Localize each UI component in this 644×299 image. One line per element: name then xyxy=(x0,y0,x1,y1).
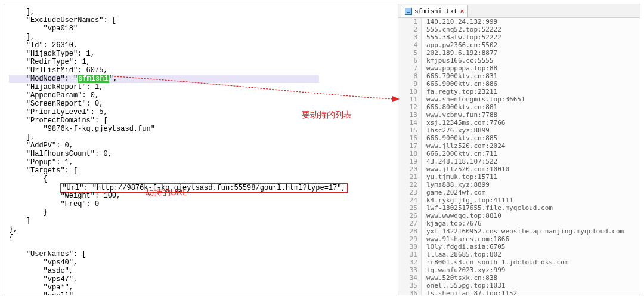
line-number: 30 xyxy=(398,243,422,251)
line-number: 21 xyxy=(398,173,422,181)
json-line: "RedirType": 1, xyxy=(9,58,395,66)
json-line: "asdc", xyxy=(9,267,395,275)
list-item[interactable]: 22lyms888.xyz:8899 xyxy=(398,181,640,189)
json-line: "ProtectDomains": [ xyxy=(9,116,395,125)
list-item[interactable]: 21yu.tjmuk.top:15711 xyxy=(398,173,640,181)
line-number: 17 xyxy=(398,142,422,150)
list-item[interactable]: 35onell.555pg.top:1031 xyxy=(398,282,640,289)
list-item[interactable]: 1140.210.24.132:999 xyxy=(398,18,640,26)
json-line: { xyxy=(9,233,395,242)
file-icon xyxy=(405,8,412,15)
list-item[interactable]: 29www.91shares.com:1866 xyxy=(398,235,640,243)
list-item-text: 140.210.24.132:999 xyxy=(422,18,497,26)
list-item[interactable]: 14xsj.12345ms.com:7766 xyxy=(398,119,640,127)
list-item-text: l0ly.fdgdi.asia:6705 xyxy=(422,243,505,251)
list-item-text: 555.cnq52.top:52222 xyxy=(422,26,501,33)
file-content[interactable]: 1140.210.24.132:9992555.cnq52.top:522223… xyxy=(398,18,640,295)
list-item[interactable]: 20www.jllz520.com:10010 xyxy=(398,165,640,173)
list-item[interactable]: 6kfjpus166.cc:5555 xyxy=(398,57,640,64)
list-item-text: lhsc276.xyz:8899 xyxy=(422,127,490,134)
json-line: "AddPV": 0, xyxy=(9,141,395,150)
list-item[interactable]: 28yxl-1322160952.cos-website.ap-nanjing.… xyxy=(398,227,640,235)
list-item-text: www.91shares.com:1866 xyxy=(422,235,509,243)
list-item[interactable]: 33tg.wanfu2023.xyz:999 xyxy=(398,266,640,274)
line-number: 16 xyxy=(398,134,422,142)
arrow-head-icon xyxy=(392,96,400,102)
list-item[interactable]: 10fa.regty.top:23211 xyxy=(398,88,640,95)
list-item[interactable]: 3555.38atw.top:52222 xyxy=(398,33,640,41)
list-item[interactable]: 18666.2000ktv.cn:711 xyxy=(398,150,640,158)
line-number: 20 xyxy=(398,165,422,173)
list-item[interactable]: 2555.cnq52.top:52222 xyxy=(398,26,640,33)
json-line: "Weight": 100, xyxy=(9,192,395,200)
line-number: 13 xyxy=(398,111,422,119)
list-item-text: www.vcbnw.fun:7788 xyxy=(422,111,497,119)
list-item-text: 666.2000ktv.cn:711 xyxy=(422,150,497,158)
list-item-text: 666.9000ktv.cn:886 xyxy=(422,80,497,88)
list-item-text: yxl-1322160952.cos-website.ap-nanjing.my… xyxy=(422,227,624,235)
list-item[interactable]: 32rr8001.s3.cn-south-1.jdcloud-oss.com xyxy=(398,258,640,266)
tab-sfmishi[interactable]: sfmishi.txt × xyxy=(401,5,468,17)
line-number: 4 xyxy=(398,41,422,49)
list-item[interactable]: 1943.248.118.107:522 xyxy=(398,158,640,165)
list-item[interactable]: 5202.189.6.192:8877 xyxy=(398,49,640,57)
list-item-text: xsj.12345ms.com:7766 xyxy=(422,119,505,127)
line-number: 23 xyxy=(398,189,422,196)
json-line: "Popup": 1, xyxy=(9,158,395,167)
list-item-text: kfjpus166.cc:5555 xyxy=(422,57,494,64)
json-line: "UrlListMid": 6075, xyxy=(9,66,395,75)
line-number: 33 xyxy=(398,266,422,274)
list-item[interactable]: 15lhsc276.xyz:8899 xyxy=(398,127,640,134)
json-line: ], xyxy=(9,33,395,41)
list-item-text: www.wwwqqq.top:8810 xyxy=(422,212,501,220)
json-line: "PriorityLevel": 5, xyxy=(9,108,395,116)
line-number: 34 xyxy=(398,274,422,282)
json-line: "vpa018" xyxy=(9,24,395,33)
list-item[interactable]: 34www.520tsxk.cn:838 xyxy=(398,274,640,282)
list-item[interactable]: 16666.9000ktv.cn:885 xyxy=(398,134,640,142)
list-item[interactable]: 23game.2024wf.com xyxy=(398,189,640,196)
list-item-text: 555.38atw.top:52222 xyxy=(422,33,501,41)
list-item[interactable]: 4app.pw2366.cn:5502 xyxy=(398,41,640,49)
json-line: "vps40", xyxy=(9,258,395,267)
line-number: 9 xyxy=(398,80,422,88)
list-item-text: 666.8000ktv.cn:881 xyxy=(422,103,497,111)
close-icon[interactable]: × xyxy=(460,8,465,15)
list-item[interactable]: 25lwf-1302517655.file.myqcloud.com xyxy=(398,204,640,212)
line-number: 19 xyxy=(398,158,422,165)
list-item[interactable]: 26www.wwwqqq.top:8810 xyxy=(398,212,640,220)
list-item[interactable]: 27kjaga.top:7676 xyxy=(398,220,640,227)
list-item[interactable]: 36ls.shenjian-87.top:1152 xyxy=(398,289,640,295)
list-item[interactable]: 24k4.rykgfjfgj.top:41111 xyxy=(398,196,640,204)
list-item-text: tg.wanfu2023.xyz:999 xyxy=(422,266,505,274)
json-line: ], xyxy=(9,8,395,16)
list-item[interactable]: 7www.ppppppa.top:88 xyxy=(398,64,640,72)
json-line: "Url": "http://9876k-f-kq.gjeytsasd.fun:… xyxy=(9,183,395,192)
line-number: 6 xyxy=(398,57,422,64)
list-item[interactable]: 12666.8000ktv.cn:881 xyxy=(398,103,640,111)
json-line: "HijackType": 1, xyxy=(9,50,395,58)
list-item[interactable]: 31lllaa.28685.top:802 xyxy=(398,251,640,258)
list-item[interactable]: 30l0ly.fdgdi.asia:6705 xyxy=(398,243,640,251)
line-number: 18 xyxy=(398,150,422,158)
list-item[interactable]: 17www.jllz520.com:2024 xyxy=(398,142,640,150)
json-line: ], xyxy=(9,133,395,141)
list-item-text: yu.tjmuk.top:15711 xyxy=(422,173,497,181)
list-item[interactable]: 8666.7000ktv.cn:831 xyxy=(398,72,640,80)
json-line: } xyxy=(9,208,395,217)
list-item[interactable]: 11www.shenlongmis.top:36651 xyxy=(398,95,640,103)
json-line: "vpa*", xyxy=(9,283,395,292)
list-item-text: www.jllz520.com:2024 xyxy=(422,142,505,150)
line-number: 31 xyxy=(398,251,422,258)
list-item-text: 43.248.118.107:522 xyxy=(422,158,497,165)
list-item[interactable]: 13www.vcbnw.fun:7788 xyxy=(398,111,640,119)
json-line: ] xyxy=(9,217,395,225)
list-item[interactable]: 9666.9000ktv.cn:886 xyxy=(398,80,640,88)
json-line: "Freq": 0 xyxy=(9,200,395,208)
json-line: }, xyxy=(9,225,395,233)
line-number: 22 xyxy=(398,181,422,189)
json-line: "HalfhoursCount": 0, xyxy=(9,150,395,158)
json-editor-pane[interactable]: ], "ExcludeUserNames": [ "vpa018" ], "Id… xyxy=(4,4,398,295)
list-item-text: ls.shenjian-87.top:1152 xyxy=(422,289,517,295)
list-item-text: onell.555pg.top:1031 xyxy=(422,282,505,289)
